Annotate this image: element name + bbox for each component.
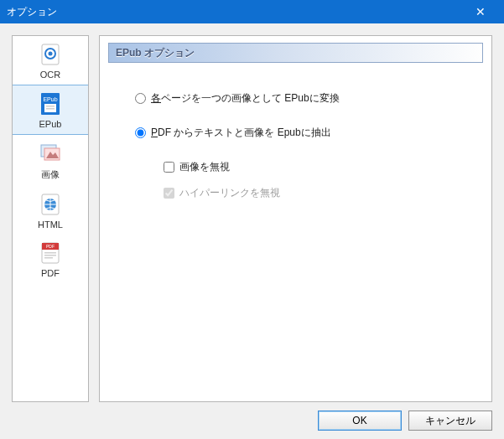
- sidebar-item-ocr[interactable]: OCR: [13, 36, 88, 85]
- cancel-button-label: キャンセル: [425, 414, 475, 428]
- close-icon: ✕: [475, 5, 486, 18]
- dialog-footer: OK キャンセル: [318, 411, 492, 431]
- check-ignore-hyperlinks: ハイパーリンクを無視: [164, 186, 483, 200]
- panel-header: EPub オプション: [108, 43, 483, 63]
- client-area: OCR EPub EPub: [0, 23, 504, 439]
- cancel-button[interactable]: キャンセル: [408, 411, 492, 431]
- options-dialog: オプション ✕ OCR EPub: [0, 0, 504, 439]
- titlebar: オプション ✕: [0, 0, 504, 23]
- options-area: 各ページを一つの画像として EPubに変換 PDF からテキストと画像を Epu…: [100, 63, 491, 220]
- epub-icon: EPub: [37, 90, 64, 117]
- check-ignore-hyperlinks-input: [164, 188, 174, 199]
- svg-rect-7: [46, 108, 55, 110]
- window-title: オプション: [7, 5, 464, 19]
- check-ignore-hyperlinks-label: ハイパーリンクを無視: [179, 186, 280, 200]
- ok-button-label: OK: [352, 415, 366, 426]
- ocr-icon: [37, 41, 64, 68]
- svg-rect-18: [44, 257, 53, 259]
- svg-rect-17: [44, 255, 56, 256]
- radio-each-page-label: 各ページを一つの画像として EPubに変換: [151, 91, 340, 106]
- svg-rect-16: [44, 252, 56, 254]
- check-ignore-images-label: 画像を無視: [179, 160, 230, 174]
- pdf-icon: PDF: [37, 240, 64, 266]
- svg-rect-6: [46, 106, 55, 107]
- radio-extract-text-images[interactable]: PDF からテキストと画像を Epubに抽出: [135, 126, 483, 140]
- ok-button[interactable]: OK: [318, 411, 402, 431]
- check-ignore-images[interactable]: 画像を無視: [164, 160, 483, 174]
- radio-each-page-as-image[interactable]: 各ページを一つの画像として EPubに変換: [135, 91, 483, 106]
- check-ignore-images-input[interactable]: [164, 162, 174, 173]
- category-sidebar: OCR EPub EPub: [12, 35, 89, 402]
- html-icon: [37, 191, 64, 218]
- radio-extract-input[interactable]: [135, 127, 146, 138]
- sidebar-item-epub[interactable]: EPub EPub: [13, 85, 88, 135]
- sidebar-item-pdf[interactable]: PDF PDF: [13, 235, 88, 283]
- sidebar-item-label: 画像: [41, 168, 60, 181]
- sidebar-item-label: OCR: [40, 70, 60, 80]
- radio-extract-label: PDF からテキストと画像を Epubに抽出: [151, 126, 331, 140]
- options-panel: EPub オプション 各ページを一つの画像として EPubに変換 PDF からテ…: [99, 35, 492, 402]
- sidebar-item-image[interactable]: 画像: [13, 135, 88, 186]
- close-button[interactable]: ✕: [464, 0, 497, 23]
- sidebar-item-label: EPub: [39, 119, 62, 129]
- radio-each-page-input[interactable]: [135, 93, 146, 104]
- image-icon: [37, 140, 64, 167]
- svg-point-2: [49, 52, 53, 56]
- sidebar-item-label: PDF: [41, 268, 60, 278]
- svg-text:EPub: EPub: [43, 96, 57, 102]
- svg-text:PDF: PDF: [46, 244, 55, 249]
- sidebar-item-html[interactable]: HTML: [13, 186, 88, 235]
- sidebar-item-label: HTML: [38, 220, 63, 230]
